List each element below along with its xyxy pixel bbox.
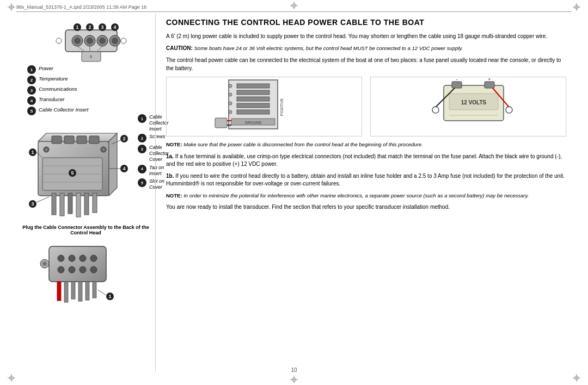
fuse-panel-diagram: POSITIVE GROUND [166, 77, 362, 136]
svg-rect-30 [89, 136, 99, 144]
svg-rect-27 [52, 136, 62, 144]
step-1a-label: 1a. [166, 153, 174, 159]
svg-point-6 [99, 38, 106, 44]
assembly-caption: Plug the Cable Connector Assembly to the… [22, 225, 150, 235]
section-title: Connecting the Control Head Power Cable … [166, 18, 566, 27]
svg-rect-42 [76, 193, 81, 217]
note-label-1: NOTE: [166, 141, 182, 147]
svg-point-106 [506, 107, 512, 113]
svg-line-58 [36, 197, 49, 202]
legend-item-2: 2 Temperature [27, 76, 88, 84]
svg-rect-83 [237, 90, 270, 95]
caution-label: CAUTION: [166, 45, 193, 51]
step-1b-label: 1b. [166, 173, 174, 179]
crosshair-bottom-right [573, 374, 580, 382]
right-column: Connecting the Control Head Power Cable … [161, 14, 572, 371]
intro-text: A 6' (2 m) long power cable is included … [166, 33, 566, 41]
svg-point-61 [69, 255, 75, 262]
svg-point-91 [229, 93, 232, 96]
note-text-2: NOTE: In order to minimize the potential… [166, 192, 566, 199]
svg-point-66 [79, 266, 86, 273]
svg-text:2: 2 [122, 136, 125, 141]
caution-content: Some boats have 24 or 36 Volt electric s… [194, 45, 463, 51]
svg-text:4: 4 [113, 24, 116, 30]
svg-rect-82 [237, 84, 270, 88]
svg-rect-29 [77, 136, 87, 144]
svg-point-62 [79, 255, 86, 262]
svg-point-32 [45, 148, 47, 151]
svg-rect-86 [237, 110, 270, 114]
svg-text:+: + [488, 77, 491, 82]
left-column: 1 2 3 4 5 1 Po [19, 14, 150, 371]
page-container: 98x_Manual_531376-1_A.qxd 2/23/2005 11:3… [0, 0, 588, 385]
svg-rect-41 [68, 193, 72, 214]
bottom-connector-image: 1 [38, 235, 120, 301]
svg-text:1: 1 [31, 150, 34, 155]
crosshair-top-left [8, 3, 15, 11]
svg-rect-28 [64, 136, 74, 144]
step-1b-text: 1b. If you need to wire the control head… [166, 172, 566, 188]
crosshair-bottom-center [290, 376, 298, 383]
svg-point-2 [74, 38, 81, 44]
svg-point-18 [121, 38, 126, 44]
closing-text: You are now ready to install the transdu… [166, 203, 566, 212]
svg-point-8 [112, 38, 118, 44]
side-legend-num-1: 1 [138, 114, 146, 123]
connector-top-image: 1 2 3 4 5 [49, 19, 131, 63]
note-content-1: Make sure that the power cable is discon… [183, 141, 422, 147]
legend-text-2: Temperature [39, 76, 68, 82]
legend-item-1: 1 Power [27, 65, 88, 74]
svg-point-92 [229, 102, 232, 105]
svg-rect-43 [84, 193, 89, 215]
legend-text-3: Communications [39, 86, 77, 92]
svg-text:4: 4 [122, 166, 125, 171]
svg-text:2: 2 [88, 24, 91, 30]
note-content-2: In order to minimize the potential for i… [183, 192, 529, 198]
svg-point-34 [102, 148, 105, 151]
svg-point-93 [229, 110, 232, 114]
crosshair-bottom-left [8, 374, 15, 382]
svg-marker-26 [109, 133, 117, 196]
legend-num-4: 4 [27, 96, 36, 105]
body-text-1: The control head power cable can be conn… [166, 57, 566, 72]
svg-point-4 [87, 38, 93, 44]
svg-rect-76 [85, 282, 89, 300]
note-text-1: NOTE: Make sure that the power cable is … [166, 141, 566, 148]
svg-point-107 [432, 107, 439, 113]
legend-text-4: Transducer [39, 96, 64, 102]
crosshair-top-center [290, 2, 298, 9]
svg-text:1: 1 [108, 294, 111, 299]
svg-rect-44 [93, 193, 97, 213]
legend-item-3: 3 Communications [27, 86, 88, 95]
svg-rect-75 [78, 282, 82, 301]
svg-rect-84 [237, 97, 270, 101]
svg-point-60 [58, 255, 64, 262]
legend-num-2: 2 [27, 76, 36, 84]
svg-text:POSITIVE: POSITIVE [280, 98, 284, 116]
svg-point-63 [90, 255, 97, 262]
battery-diagram: - + 12 VOLTS [370, 77, 566, 136]
svg-text:3: 3 [31, 201, 34, 207]
svg-text:12 VOLTS: 12 VOLTS [461, 100, 487, 105]
svg-point-65 [69, 266, 75, 273]
svg-text:-: - [456, 77, 458, 82]
file-info: 98x_Manual_531376-1_A.qxd 2/23/2005 11:3… [16, 4, 146, 10]
svg-rect-100 [485, 82, 494, 88]
legend-item-4: 4 Transducer [27, 96, 88, 105]
svg-rect-40 [60, 193, 64, 216]
note-label-2: NOTE: [166, 192, 182, 198]
legend-num-1: 1 [27, 65, 36, 74]
svg-rect-74 [71, 282, 75, 299]
svg-point-90 [229, 84, 232, 88]
diagrams-row: POSITIVE GROUND [166, 77, 566, 136]
svg-rect-96 [215, 118, 227, 128]
svg-text:5: 5 [90, 54, 93, 59]
svg-rect-59 [49, 246, 106, 282]
svg-rect-85 [237, 103, 270, 108]
legend-num-3: 3 [27, 86, 36, 95]
step-1a-text: 1a. If a fuse terminal is available, use… [166, 153, 566, 169]
assembly-image: 1 2 4 5 3 [22, 109, 139, 218]
svg-rect-72 [57, 282, 61, 301]
side-legend-num-4: 4 [138, 165, 146, 173]
svg-rect-73 [64, 282, 68, 302]
